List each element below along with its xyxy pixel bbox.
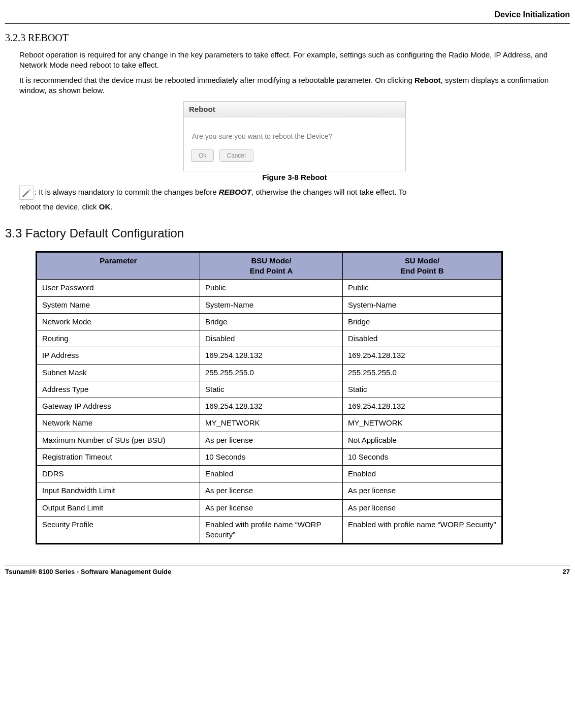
table-cell: Network Name <box>37 415 200 432</box>
text: reboot the device, click <box>19 202 99 211</box>
table-cell: Gateway IP Address <box>37 398 200 415</box>
table-cell: MY_NETWORK <box>200 415 343 432</box>
table-row: Registration Timeout10 Seconds10 Seconds <box>37 448 502 465</box>
text: It is recommended that the device must b… <box>19 76 414 84</box>
table-cell: 169.254.128.132 <box>343 398 502 415</box>
table-cell: Subnet Mask <box>37 364 200 381</box>
table-row: Network NameMY_NETWORKMY_NETWORK <box>37 415 502 432</box>
table-row: Output Band LimitAs per licenseAs per li… <box>37 499 502 516</box>
table-cell: Registration Timeout <box>37 448 200 465</box>
table-cell: 169.254.128.132 <box>200 347 343 364</box>
paragraph: Reboot operation is required for any cha… <box>19 50 570 71</box>
table-cell: Bridge <box>200 313 343 330</box>
header-rule <box>5 23 570 24</box>
table-cell: Public <box>200 280 343 296</box>
table-header-row: Parameter BSU Mode/End Point A SU Mode/E… <box>37 252 502 280</box>
table-cell: MY_NETWORK <box>343 415 502 432</box>
section-title-323: 3.2.3 REBOOT <box>5 31 570 45</box>
table-cell: IP Address <box>37 347 200 364</box>
table-cell: Public <box>343 280 502 296</box>
table-row: Network ModeBridgeBridge <box>37 313 502 330</box>
table-cell: 169.254.128.132 <box>200 398 343 415</box>
table-row: DDRSEnabledEnabled <box>37 466 502 482</box>
table-row: Security ProfileEnabled with profile nam… <box>37 516 502 544</box>
table-cell: As per license <box>343 499 502 516</box>
col-parameter: Parameter <box>37 252 200 280</box>
table-cell: As per license <box>200 432 343 448</box>
table-cell: Output Band Limit <box>37 499 200 516</box>
reboot-word: Reboot <box>414 76 441 84</box>
table-cell: System-Name <box>200 296 343 313</box>
note-line-2: reboot the device, click OK. <box>19 202 570 212</box>
table-row: Address TypeStaticStatic <box>37 381 502 398</box>
table-row: Input Bandwidth LimitAs per licenseAs pe… <box>37 482 502 499</box>
table-cell: System-Name <box>343 296 502 313</box>
ok-word: OK <box>99 202 111 211</box>
config-table: Parameter BSU Mode/End Point A SU Mode/E… <box>36 251 503 545</box>
col-su: SU Mode/End Point B <box>343 252 502 280</box>
table-row: Maximum Number of SUs (per BSU)As per li… <box>37 432 502 448</box>
table-row: Subnet Mask255.255.255.0255.255.255.0 <box>37 364 502 381</box>
table-cell: Enabled with profile name “WORP Security… <box>343 516 502 544</box>
table-row: User PasswordPublicPublic <box>37 280 502 296</box>
note-line: : It is always mandatory to commit the c… <box>19 186 570 200</box>
table-cell: Bridge <box>343 313 502 330</box>
table-row: RoutingDisabledDisabled <box>37 330 502 347</box>
dialog-title: Reboot <box>184 102 405 117</box>
table-cell: Security Profile <box>37 516 200 544</box>
figure-caption: Figure 3-8 Reboot <box>19 172 570 183</box>
ok-button[interactable]: Ok <box>191 149 214 162</box>
paragraph: It is recommended that the device must b… <box>19 75 570 96</box>
table-cell: Disabled <box>343 330 502 347</box>
table-row: Gateway IP Address169.254.128.132169.254… <box>37 398 502 415</box>
dialog-message: Are you sure you want to reboot the Devi… <box>184 117 405 145</box>
table-cell: 10 Seconds <box>343 448 502 465</box>
footer-left: Tsunami® 8100 Series - Software Manageme… <box>5 567 171 577</box>
text: . <box>110 202 112 211</box>
page-footer: Tsunami® 8100 Series - Software Manageme… <box>5 565 570 577</box>
reboot-dialog: Reboot Are you sure you want to reboot t… <box>183 101 406 171</box>
table-cell: As per license <box>343 482 502 499</box>
dialog-actions: Ok Cancel <box>184 145 405 171</box>
table-row: IP Address169.254.128.132169.254.128.132 <box>37 347 502 364</box>
table-cell: Routing <box>37 330 200 347</box>
text: : It is always mandatory to commit the c… <box>35 188 219 196</box>
table-cell: User Password <box>37 280 200 296</box>
pencil-icon <box>19 186 34 200</box>
reboot-emph: REBOOT <box>219 188 251 196</box>
table-cell: Static <box>200 381 343 398</box>
table-cell: 255.255.255.0 <box>200 364 343 381</box>
col-bsu: BSU Mode/End Point A <box>200 252 343 280</box>
table-cell: Maximum Number of SUs (per BSU) <box>37 432 200 448</box>
table-cell: DDRS <box>37 466 200 482</box>
footer-page-number: 27 <box>563 567 570 577</box>
table-cell: Not Applicable <box>343 432 502 448</box>
table-cell: Enabled <box>200 466 343 482</box>
cancel-button[interactable]: Cancel <box>219 149 253 162</box>
table-cell: 10 Seconds <box>200 448 343 465</box>
table-cell: 255.255.255.0 <box>343 364 502 381</box>
text: , otherwise the changes will not take ef… <box>251 188 406 196</box>
page-header: Device Initialization <box>5 9 570 20</box>
table-cell: Enabled with profile name “WORP Security… <box>200 516 343 544</box>
table-cell: Enabled <box>343 466 502 482</box>
section-title-33: 3.3 Factory Default Configuration <box>5 225 570 241</box>
table-row: System NameSystem-NameSystem-Name <box>37 296 502 313</box>
table-cell: Network Mode <box>37 313 200 330</box>
table-cell: Address Type <box>37 381 200 398</box>
table-cell: Disabled <box>200 330 343 347</box>
table-cell: As per license <box>200 499 343 516</box>
table-cell: Static <box>343 381 502 398</box>
table-cell: 169.254.128.132 <box>343 347 502 364</box>
table-cell: Input Bandwidth Limit <box>37 482 200 499</box>
table-cell: As per license <box>200 482 343 499</box>
table-cell: System Name <box>37 296 200 313</box>
